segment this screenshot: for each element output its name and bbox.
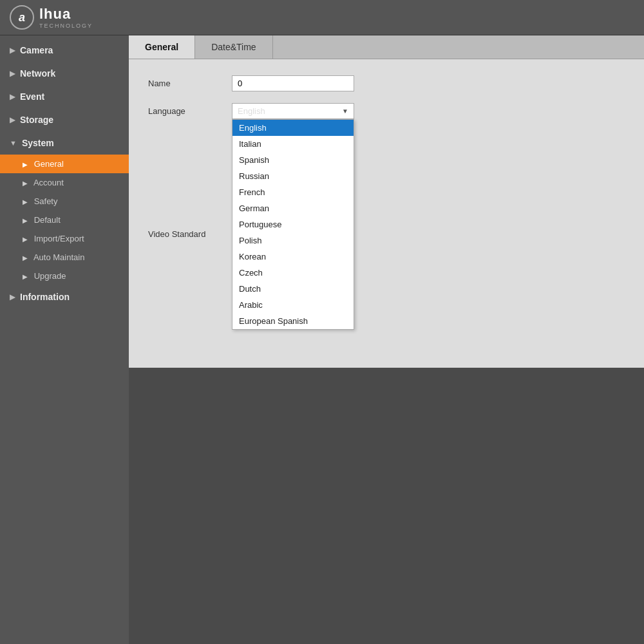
logo-name: lhua xyxy=(39,6,93,23)
logo-text: lhua TECHNOLOGY xyxy=(39,6,93,29)
account-arrow-icon: ▶ xyxy=(23,180,28,187)
sidebar-label-general: General xyxy=(34,159,64,169)
sidebar-item-storage[interactable]: ▶ Storage xyxy=(0,108,129,131)
language-row: Language English ▼ English Italian xyxy=(148,103,625,119)
bottom-filler xyxy=(129,368,644,644)
name-input[interactable] xyxy=(232,75,354,91)
dropdown-item-czech[interactable]: Czech xyxy=(232,265,354,281)
network-arrow-icon: ▶ xyxy=(10,70,15,78)
dropdown-item-spanish[interactable]: Spanish xyxy=(232,152,354,168)
dropdown-item-korean[interactable]: Korean xyxy=(232,249,354,265)
language-select-wrapper: English ▼ English Italian Spanish xyxy=(232,103,354,119)
sidebar-label-information: Information xyxy=(20,292,70,302)
sidebar-item-safety[interactable]: ▶ Safety xyxy=(0,192,129,211)
dropdown-item-italian[interactable]: Italian xyxy=(232,136,354,152)
tab-general[interactable]: General xyxy=(129,35,195,59)
default-arrow-icon: ▶ xyxy=(23,217,28,224)
sidebar-label-system: System xyxy=(22,138,54,148)
sidebar-label-auto-maintain: Auto Maintain xyxy=(33,252,85,262)
dropdown-item-german[interactable]: German xyxy=(232,200,354,216)
tab-bar: General Date&Time xyxy=(129,35,644,59)
language-dropdown: English Italian Spanish Russian French xyxy=(232,119,354,330)
video-standard-row: Video Standard Refresh Save xyxy=(148,222,625,246)
sidebar-item-system[interactable]: ▼ System xyxy=(0,131,129,155)
logo-circle: a xyxy=(10,5,34,30)
header: a lhua TECHNOLOGY xyxy=(0,0,644,35)
storage-arrow-icon: ▶ xyxy=(10,116,15,124)
auto-maintain-arrow-icon: ▶ xyxy=(23,254,28,261)
language-label: Language xyxy=(148,106,232,116)
dropdown-item-english[interactable]: English xyxy=(232,120,354,136)
video-standard-label: Video Standard xyxy=(148,229,232,239)
sidebar-label-upgrade: Upgrade xyxy=(34,271,66,281)
main-layout: ▶ Camera ▶ Network ▶ Event ▶ Storage ▼ S… xyxy=(0,35,644,644)
content-area: Name Language English ▼ English xyxy=(129,59,644,368)
sidebar-item-import-export[interactable]: ▶ Import/Export xyxy=(0,229,129,248)
upgrade-arrow-icon: ▶ xyxy=(23,273,28,280)
safety-arrow-icon: ▶ xyxy=(23,198,28,205)
camera-arrow-icon: ▶ xyxy=(10,46,15,55)
sidebar-label-event: Event xyxy=(20,91,44,102)
sidebar-label-default: Default xyxy=(34,215,61,225)
dropdown-item-portuguese[interactable]: Portuguese xyxy=(232,216,354,232)
language-dropdown-arrow-icon: ▼ xyxy=(342,108,348,115)
name-label: Name xyxy=(148,79,232,88)
dropdown-item-dutch[interactable]: Dutch xyxy=(232,281,354,297)
dropdown-item-polish[interactable]: Polish xyxy=(232,232,354,249)
logo-sub: TECHNOLOGY xyxy=(39,23,93,29)
event-arrow-icon: ▶ xyxy=(10,93,15,101)
logo-letter: a xyxy=(19,11,25,24)
information-arrow-icon: ▶ xyxy=(10,293,15,301)
sidebar-item-general[interactable]: ▶ General xyxy=(0,155,129,173)
sidebar-label-storage: Storage xyxy=(20,115,53,125)
language-selected-value: English xyxy=(238,106,265,116)
sidebar-label-import-export: Import/Export xyxy=(34,234,84,243)
sidebar-item-default[interactable]: ▶ Default xyxy=(0,211,129,229)
sidebar: ▶ Camera ▶ Network ▶ Event ▶ Storage ▼ S… xyxy=(0,35,129,644)
sidebar-item-network[interactable]: ▶ Network xyxy=(0,62,129,85)
name-row: Name xyxy=(148,75,625,91)
sidebar-label-network: Network xyxy=(20,68,55,79)
sidebar-label-safety: Safety xyxy=(34,196,58,206)
sidebar-item-event[interactable]: ▶ Event xyxy=(0,85,129,108)
sidebar-item-camera[interactable]: ▶ Camera xyxy=(0,39,129,62)
tab-datetime[interactable]: Date&Time xyxy=(195,35,273,59)
sidebar-item-upgrade[interactable]: ▶ Upgrade xyxy=(0,267,129,285)
sidebar-label-camera: Camera xyxy=(20,45,53,55)
language-select[interactable]: English ▼ xyxy=(232,103,354,119)
sidebar-item-information[interactable]: ▶ Information xyxy=(0,285,129,308)
dropdown-item-french[interactable]: French xyxy=(232,184,354,200)
dropdown-item-european-spanish[interactable]: European Spanish xyxy=(232,313,354,329)
main-panel: General Date&Time Name Language English … xyxy=(129,35,644,644)
logo: a lhua TECHNOLOGY xyxy=(10,5,93,30)
system-arrow-icon: ▼ xyxy=(10,139,17,147)
dropdown-item-arabic[interactable]: Arabic xyxy=(232,297,354,313)
general-arrow-icon: ▶ xyxy=(23,161,28,168)
sidebar-label-account: Account xyxy=(33,178,64,187)
import-export-arrow-icon: ▶ xyxy=(23,236,28,243)
dropdown-item-russian[interactable]: Russian xyxy=(232,168,354,184)
sidebar-item-auto-maintain[interactable]: ▶ Auto Maintain xyxy=(0,248,129,267)
sidebar-item-account[interactable]: ▶ Account xyxy=(0,173,129,192)
